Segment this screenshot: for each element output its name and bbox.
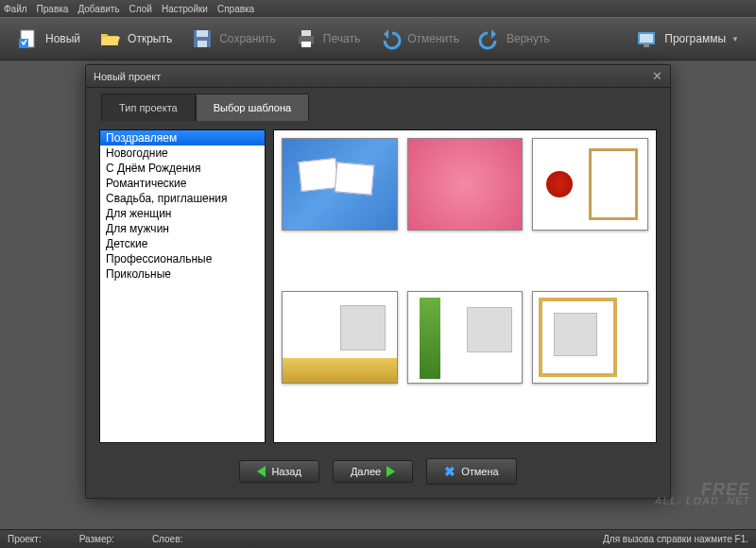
- menu-settings[interactable]: Настройки: [162, 4, 208, 14]
- template-thumbnail[interactable]: [407, 291, 524, 384]
- template-grid: [273, 129, 657, 443]
- next-button[interactable]: Далее: [333, 460, 413, 483]
- category-list[interactable]: Поздравляем Новогодние С Днём Рождения Р…: [99, 129, 266, 443]
- category-item[interactable]: С Днём Рождения: [100, 161, 265, 176]
- print-button[interactable]: Печать: [287, 24, 368, 54]
- dialog-body: Поздравляем Новогодние С Днём Рождения Р…: [86, 120, 670, 453]
- arrow-right-icon: [387, 466, 395, 477]
- new-project-dialog: Новый проект ✕ Тип проекта Выбор шаблона…: [85, 64, 671, 499]
- category-item[interactable]: Новогодние: [100, 146, 265, 161]
- dialog-title: Новый проект: [94, 71, 161, 82]
- category-item[interactable]: Поздравляем: [100, 130, 265, 146]
- svg-rect-3: [197, 30, 208, 37]
- open-button[interactable]: Открыть: [92, 24, 180, 54]
- programs-button[interactable]: Программы ▼: [628, 24, 747, 54]
- svg-rect-9: [640, 34, 653, 43]
- dialog-tabs: Тип проекта Выбор шаблона: [86, 88, 670, 120]
- svg-rect-7: [301, 42, 311, 47]
- dialog-titlebar[interactable]: Новый проект ✕: [86, 65, 670, 88]
- template-thumbnail[interactable]: [282, 138, 398, 231]
- close-icon[interactable]: ✕: [652, 69, 662, 83]
- category-item[interactable]: Романтические: [100, 176, 265, 191]
- undo-icon: [379, 27, 402, 50]
- category-item[interactable]: Для мужчин: [100, 221, 265, 236]
- menu-file[interactable]: Файл: [4, 4, 27, 14]
- save-icon: [191, 27, 214, 50]
- status-project: Проект:: [8, 534, 42, 544]
- svg-rect-4: [198, 41, 207, 47]
- cancel-icon: ✖: [444, 464, 455, 479]
- template-thumbnail[interactable]: [407, 138, 524, 231]
- menu-help[interactable]: Справка: [217, 4, 254, 14]
- status-help-hint: Для вызова справки нажмите F1.: [603, 534, 748, 544]
- redo-icon: [478, 27, 501, 50]
- tab-project-type[interactable]: Тип проекта: [101, 94, 196, 121]
- menubar: Файл Правка Добавить Слой Настройки Спра…: [0, 0, 756, 17]
- main-toolbar: Новый Открыть Сохранить Печать Отменить …: [0, 17, 756, 60]
- programs-icon: [636, 27, 659, 50]
- back-button[interactable]: Назад: [239, 460, 319, 483]
- category-item[interactable]: Детские: [100, 236, 265, 251]
- status-bar: Проект: Размер: Слоев: Для вызова справк…: [0, 529, 756, 548]
- category-item[interactable]: Для женщин: [100, 206, 265, 221]
- undo-button[interactable]: Отменить: [371, 24, 467, 54]
- category-item[interactable]: Профессиональные: [100, 251, 265, 266]
- arrow-left-icon: [257, 466, 266, 477]
- menu-add[interactable]: Добавить: [77, 4, 119, 14]
- template-thumbnail[interactable]: [282, 291, 398, 384]
- status-layers: Слоев:: [152, 534, 182, 544]
- svg-rect-6: [301, 30, 311, 36]
- menu-edit[interactable]: Правка: [37, 4, 69, 14]
- new-icon: [17, 27, 40, 50]
- tab-template-select[interactable]: Выбор шаблона: [196, 94, 309, 121]
- dialog-footer: Назад Далее ✖ Отмена: [86, 453, 670, 490]
- cancel-button[interactable]: ✖ Отмена: [426, 458, 516, 485]
- workspace: Новый проект ✕ Тип проекта Выбор шаблона…: [0, 60, 756, 529]
- save-button[interactable]: Сохранить: [183, 24, 284, 54]
- menu-layer[interactable]: Слой: [129, 4, 152, 14]
- folder-open-icon: [99, 27, 122, 50]
- chevron-down-icon: ▼: [731, 35, 739, 43]
- redo-button[interactable]: Вернуть: [471, 24, 558, 54]
- category-item[interactable]: Прикольные: [100, 266, 265, 282]
- category-item[interactable]: Свадьба, приглашения: [100, 191, 265, 206]
- template-thumbnail[interactable]: [532, 291, 648, 384]
- new-button[interactable]: Новый: [9, 24, 88, 54]
- print-icon: [295, 27, 318, 50]
- svg-rect-10: [644, 44, 649, 47]
- template-thumbnail[interactable]: [532, 138, 648, 231]
- status-size: Размер:: [79, 534, 114, 544]
